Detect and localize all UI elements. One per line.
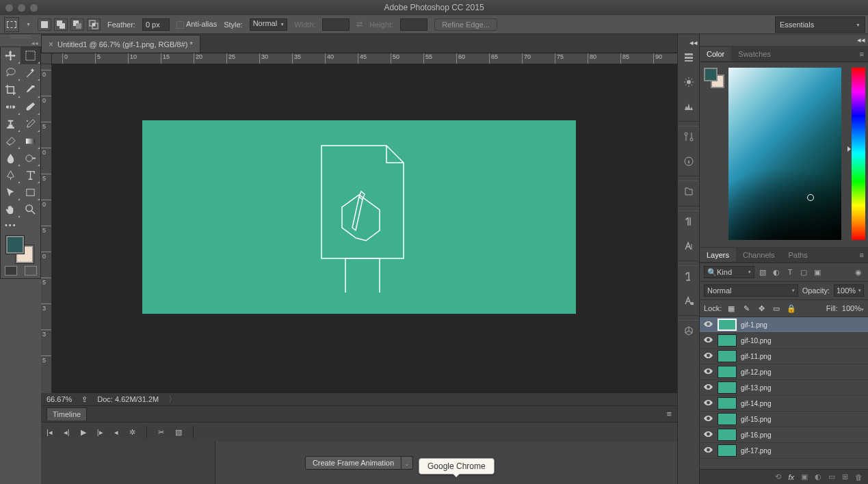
layer-thumbnail[interactable] — [718, 397, 737, 409]
fill-input[interactable]: 100%▾ — [842, 304, 864, 312]
layer-thumbnail[interactable] — [718, 350, 737, 362]
window-controls[interactable] — [5, 4, 38, 12]
layer-thumbnail[interactable] — [718, 319, 737, 331]
settings-icon[interactable]: ✲ — [129, 428, 135, 437]
glyphs-panel-icon[interactable] — [679, 266, 698, 286]
layer-name[interactable]: gif-1.png — [741, 321, 767, 329]
paths-tab[interactable]: Paths — [782, 248, 815, 262]
lasso-tool-icon[interactable] — [1, 64, 21, 81]
zoom-tool-icon[interactable] — [21, 201, 40, 218]
hand-tool-icon[interactable] — [1, 201, 21, 218]
canvas[interactable] — [142, 120, 576, 314]
layer-mask-icon[interactable]: ▣ — [801, 472, 808, 481]
selection-new-icon[interactable] — [38, 18, 51, 31]
visibility-icon[interactable] — [702, 431, 713, 439]
new-fill-icon[interactable]: ◐ — [815, 472, 821, 481]
current-tool-icon[interactable] — [4, 17, 19, 32]
adjustments-panel-icon[interactable] — [679, 126, 698, 147]
visibility-icon[interactable] — [702, 415, 713, 423]
filter-pixel-icon[interactable]: ▧ — [757, 267, 768, 278]
lock-pixels-icon[interactable]: ✎ — [741, 303, 752, 314]
chevron-down-icon[interactable]: ⌄ — [402, 456, 413, 470]
magic-wand-tool-icon[interactable] — [21, 64, 40, 81]
filter-type-icon[interactable]: T — [785, 267, 795, 278]
document-tab[interactable]: × Untitled1 @ 66.7% (gif-1.png, RGB/8#) … — [41, 35, 200, 53]
status-caret-icon[interactable]: 〉 — [168, 394, 176, 405]
zoom-value[interactable]: 66.67% — [47, 395, 72, 403]
ruler-vertical[interactable]: 005050505335 — [41, 64, 52, 393]
standard-mode-icon[interactable] — [5, 266, 17, 275]
visibility-icon[interactable] — [702, 399, 713, 407]
type-tool-icon[interactable] — [21, 167, 40, 184]
layer-thumbnail[interactable] — [718, 413, 737, 425]
filter-shape-icon[interactable]: ▢ — [798, 267, 809, 278]
layer-row[interactable]: gif-13.png — [700, 380, 868, 396]
visibility-icon[interactable] — [702, 446, 713, 455]
refine-edge-button[interactable]: Refine Edge... — [434, 18, 497, 31]
next-frame-icon[interactable]: |▸ — [97, 428, 103, 437]
brush-tool-icon[interactable] — [21, 98, 40, 116]
lock-artboard-icon[interactable]: ▭ — [771, 303, 782, 314]
mute-icon[interactable]: ◂ — [114, 428, 118, 437]
layer-thumbnail[interactable] — [718, 381, 737, 394]
channels-tab[interactable]: Channels — [736, 248, 781, 262]
more-tools-icon[interactable]: ••• — [1, 218, 40, 232]
layer-row[interactable]: gif-1.png — [700, 317, 868, 333]
eyedropper-tool-icon[interactable] — [21, 81, 40, 98]
share-icon[interactable]: ⇪ — [81, 395, 88, 404]
ruler-horizontal[interactable]: 051015202530354045505560657075808590 — [52, 53, 677, 64]
color-tab[interactable]: Color — [700, 47, 731, 61]
swatches-tab[interactable]: Swatches — [731, 47, 778, 61]
blur-tool-icon[interactable] — [1, 150, 21, 167]
minimize-icon[interactable] — [18, 4, 25, 12]
layer-thumbnail[interactable] — [718, 334, 737, 347]
panel-grip[interactable] — [0, 34, 41, 40]
filter-kind-select[interactable]: 🔍Kind▾ — [704, 266, 754, 278]
layer-name[interactable]: gif-10.png — [741, 337, 771, 345]
layer-row[interactable]: gif-16.png — [700, 427, 868, 443]
layer-name[interactable]: gif-16.png — [741, 431, 771, 439]
filter-toggle-icon[interactable]: ◉ — [853, 267, 864, 278]
move-tool-icon[interactable] — [1, 47, 21, 64]
layers-tab[interactable]: Layers — [700, 248, 736, 262]
color-field[interactable] — [728, 68, 841, 240]
layer-name[interactable]: gif-14.png — [741, 400, 771, 407]
layer-name[interactable]: gif-15.png — [741, 416, 771, 423]
marquee-tool-icon[interactable] — [21, 47, 40, 64]
transition-icon[interactable]: ▧ — [175, 428, 182, 437]
layer-list[interactable]: gif-1.pnggif-10.pnggif-11.pnggif-12.pngg… — [700, 317, 868, 469]
path-selection-tool-icon[interactable] — [1, 184, 21, 201]
timeline-body[interactable]: Create Frame Animation ⌄ — [41, 442, 677, 484]
3d-panel-icon[interactable] — [679, 321, 698, 341]
blend-mode-select[interactable]: Normal▾ — [704, 284, 798, 297]
visibility-icon[interactable] — [702, 384, 713, 392]
dodge-tool-icon[interactable] — [21, 150, 40, 167]
paragraph-panel-icon[interactable] — [679, 211, 698, 232]
delete-layer-icon[interactable]: 🗑 — [855, 473, 863, 481]
rectangle-tool-icon[interactable] — [21, 184, 40, 201]
collapse-icon[interactable]: ◂◂ — [678, 38, 699, 47]
history-panel-icon[interactable] — [679, 47, 698, 68]
scissors-icon[interactable]: ✂ — [158, 428, 164, 437]
layer-thumbnail[interactable] — [718, 429, 737, 441]
eraser-tool-icon[interactable] — [1, 133, 21, 150]
workspace-switcher[interactable]: Essentials▼ — [775, 16, 865, 33]
new-layer-icon[interactable]: ⊞ — [842, 472, 848, 481]
new-group-icon[interactable]: ▭ — [828, 472, 835, 481]
histogram-panel-icon[interactable] — [679, 96, 698, 117]
foreground-color[interactable] — [6, 236, 24, 254]
selection-intersect-icon[interactable] — [87, 18, 101, 31]
hue-slider[interactable] — [852, 68, 865, 240]
link-layers-icon[interactable]: ⟲ — [775, 472, 781, 481]
close-icon[interactable] — [5, 4, 13, 12]
panel-menu-icon[interactable]: ≡ — [856, 251, 868, 259]
pen-tool-icon[interactable] — [1, 167, 21, 184]
layer-row[interactable]: gif-11.png — [700, 349, 868, 364]
layer-name[interactable]: gif-11.png — [741, 353, 771, 360]
selection-subtract-icon[interactable] — [70, 18, 84, 31]
character-panel-icon[interactable] — [679, 236, 698, 256]
layer-row[interactable]: gif-17.png — [700, 443, 868, 459]
layer-name[interactable]: gif-13.png — [741, 384, 771, 392]
lock-all-icon[interactable]: 🔒 — [786, 303, 797, 314]
quick-mask-mode-icon[interactable] — [25, 266, 37, 275]
